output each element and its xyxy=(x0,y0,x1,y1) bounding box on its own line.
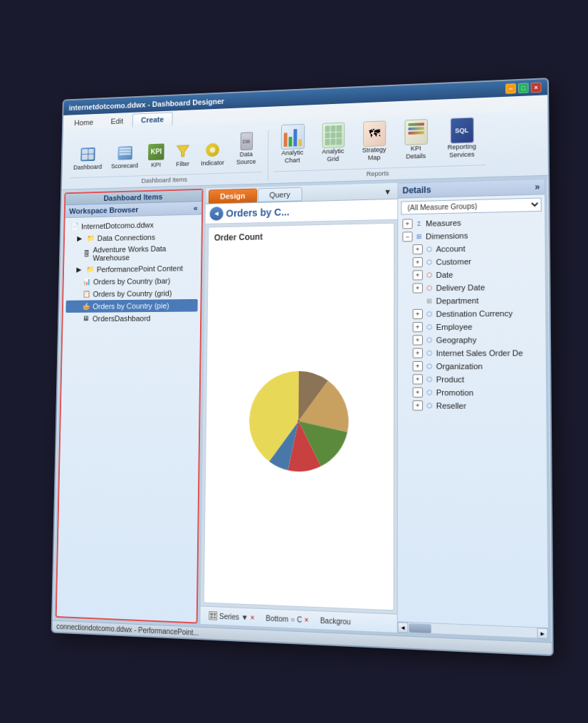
tree-internet-sales[interactable]: + ⬡ Internet Sales Order De xyxy=(401,345,542,359)
delivery-date-expand-btn[interactable]: + xyxy=(413,282,423,292)
scroll-thumb-h[interactable] xyxy=(409,623,431,633)
close-button[interactable]: × xyxy=(531,82,542,93)
background-label: Backgrou xyxy=(320,616,351,625)
tree-employee[interactable]: + ⬡ Employee xyxy=(401,319,542,333)
workspace-browser-title: Workspace Browser xyxy=(69,204,138,214)
kpi-label: KPI xyxy=(151,161,161,169)
indicator-button[interactable]: Indicator xyxy=(197,139,228,170)
pie-chart-svg xyxy=(249,371,349,472)
dimensions-expand-btn[interactable]: − xyxy=(402,231,412,241)
tab-home[interactable]: Home xyxy=(65,115,102,130)
bottom-item: Bottom ○ C × xyxy=(263,612,311,625)
series-delete-icon[interactable]: × xyxy=(251,613,255,621)
analytic-grid-label: Analytic Grid xyxy=(317,147,349,163)
date-expand-btn[interactable]: + xyxy=(413,269,423,279)
data-source-icon: DB xyxy=(238,132,254,150)
minimize-button[interactable]: − xyxy=(505,83,516,94)
kpi-button[interactable]: KPI KPI xyxy=(144,141,168,171)
collapse-button[interactable]: « xyxy=(194,203,198,212)
tab-design[interactable]: Design xyxy=(209,188,257,203)
tree-item-adventure-works[interactable]: 🗄 Adventure Works Data Warehouse xyxy=(67,241,199,263)
tree-item-orders-grid[interactable]: 📋 Orders by Country (grid) xyxy=(66,286,198,299)
reporting-services-button[interactable]: SQL Reporting Services xyxy=(439,115,485,161)
product-expand-btn[interactable]: + xyxy=(413,373,423,383)
geography-expand-btn[interactable]: + xyxy=(413,334,423,344)
background-item: Backgrou xyxy=(317,614,354,627)
promotion-expand-btn[interactable]: + xyxy=(413,387,423,397)
reseller-icon: ⬡ xyxy=(424,400,435,410)
promotion-icon: ⬡ xyxy=(424,387,435,397)
tree-item-orders-pie[interactable]: 🥧 Orders by Country (pie) xyxy=(65,298,197,312)
maximize-button[interactable]: □ xyxy=(518,83,529,93)
internet-sales-label: Internet Sales Order De xyxy=(436,348,523,357)
tab-edit[interactable]: Edit xyxy=(103,113,132,128)
kpi-details-button[interactable]: KPI Details xyxy=(397,118,436,162)
dashboard-button[interactable]: Dashboard xyxy=(70,143,105,173)
data-source-label: Data Source xyxy=(233,150,258,166)
page-title: Orders by C... xyxy=(226,206,289,219)
folder-expand-icon: ▶ xyxy=(75,233,84,243)
tab-query[interactable]: Query xyxy=(258,187,303,202)
ribbon-group-reports: Analytic Chart Analytic Grid xyxy=(271,115,491,180)
tree-department[interactable]: ⊞ Department xyxy=(401,293,542,307)
organization-icon: ⬡ xyxy=(424,360,435,370)
back-nav-button[interactable]: ◄ xyxy=(209,206,223,220)
series-dropdown-icon[interactable]: ▼ xyxy=(241,613,248,621)
customer-expand-btn[interactable]: + xyxy=(413,256,423,266)
ribbon-group-dashboard-items: Dashboard Scorecard xyxy=(67,130,268,186)
data-source-button[interactable]: DB Data Source xyxy=(231,130,263,167)
tab-collapse-btn[interactable]: ▼ xyxy=(381,187,394,195)
department-label: Department xyxy=(436,296,479,305)
tree-product[interactable]: + ⬡ Product xyxy=(401,372,543,385)
pie-chart xyxy=(248,245,350,602)
application-window: internetdotcomo.ddwx - Dashboard Designe… xyxy=(51,78,554,656)
customer-icon: ⬡ xyxy=(424,256,434,266)
tree-reseller[interactable]: + ⬡ Reseller xyxy=(401,398,543,412)
details-expand-btn[interactable]: » xyxy=(535,181,540,191)
svg-marker-0 xyxy=(177,145,189,156)
tree-delivery-date[interactable]: + ⬡ Delivery Date xyxy=(401,279,542,294)
strategy-map-button[interactable]: 🗺 Strategy Map xyxy=(355,119,394,164)
analytic-grid-button[interactable]: Analytic Grid xyxy=(314,121,352,165)
bottom-x-icon[interactable]: × xyxy=(305,615,309,624)
internet-sales-expand-btn[interactable]: + xyxy=(413,348,423,358)
employee-expand-btn[interactable]: + xyxy=(413,321,423,331)
kpi-details-label: KPI Details xyxy=(400,144,432,160)
details-title: Details xyxy=(402,184,431,195)
bottom-radio[interactable]: ○ xyxy=(290,615,295,623)
dest-currency-expand-btn[interactable]: + xyxy=(413,308,423,318)
tree-item-orders-bar[interactable]: 📊 Orders by Country (bar) xyxy=(66,274,198,288)
strategy-map-label: Strategy Map xyxy=(359,145,390,162)
tree-customer[interactable]: + ⬡ Customer xyxy=(401,253,542,268)
analytic-chart-button[interactable]: Analytic Chart xyxy=(273,123,311,167)
tab-create[interactable]: Create xyxy=(132,112,172,127)
center-panel: Design Query ▼ ◄ Orders by C... Order Co… xyxy=(200,182,397,632)
dashboard-items-buttons: Dashboard Scorecard xyxy=(70,130,262,173)
chart-title: Order Count xyxy=(214,232,263,242)
tree-item-pp-content[interactable]: ▶ 📁 PerformancePoint Content xyxy=(66,261,198,275)
bottom-c-icon[interactable]: C xyxy=(297,615,302,623)
geography-icon: ⬡ xyxy=(424,334,434,344)
measures-expand-btn[interactable]: + xyxy=(402,218,412,228)
measure-group-select[interactable]: (All Measure Groups) xyxy=(401,197,541,214)
geography-label: Geography xyxy=(436,335,477,343)
reseller-expand-btn[interactable]: + xyxy=(413,400,423,410)
organization-expand-btn[interactable]: + xyxy=(413,360,423,370)
scroll-left-btn[interactable]: ◄ xyxy=(398,622,409,633)
delivery-date-icon: ⬡ xyxy=(424,282,434,292)
scorecard-button[interactable]: Scorecard xyxy=(107,142,142,172)
dashboard-tree-icon: 🖥 xyxy=(81,313,90,323)
pie-chart-icon: 🥧 xyxy=(81,301,90,311)
tree-destination-currency[interactable]: + ⬡ Destination Currency xyxy=(401,306,542,320)
scroll-right-btn[interactable]: ► xyxy=(537,628,547,639)
tree-item-orders-dashboard[interactable]: 🖥 OrdersDashbaord xyxy=(65,311,197,325)
main-area: Dashboard Items Workspace Browser « 📄 In… xyxy=(53,175,552,642)
tree-organization[interactable]: + ⬡ Organization xyxy=(401,359,542,373)
tree-geography[interactable]: + ⬡ Geography xyxy=(401,333,542,346)
tree-date[interactable]: + ⬡ Date xyxy=(401,266,542,281)
filter-button[interactable]: Filter xyxy=(171,140,195,170)
department-spacer xyxy=(413,296,423,306)
account-expand-btn[interactable]: + xyxy=(413,244,423,254)
tree-promotion[interactable]: + ⬡ Promotion xyxy=(401,385,543,400)
tree-item-data-connections-label: Data Connections xyxy=(98,232,155,241)
